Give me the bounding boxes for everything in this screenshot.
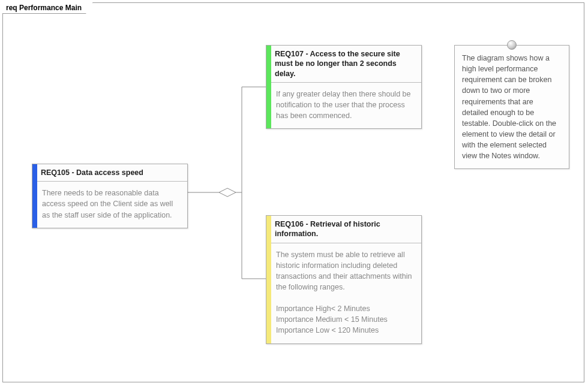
diagram-frame: req Performance Main REQ105 - Data acces…: [2, 2, 584, 382]
req105-title: REQ105 - Data access speed: [32, 164, 187, 182]
req105-body: There needs to be reasonable data access…: [32, 182, 187, 227]
svg-marker-1: [219, 188, 236, 197]
req105-block[interactable]: REQ105 - Data access speed There needs t…: [32, 164, 188, 228]
req105-color-bar: [32, 164, 37, 228]
req106-body: The system must be able to retrieve all …: [266, 243, 421, 343]
req107-body: If any greater delay then there should b…: [266, 83, 421, 128]
req107-title: REQ107 - Access to the secure site must …: [266, 46, 421, 83]
req106-color-bar: [266, 216, 271, 343]
req107-color-bar: [266, 46, 271, 128]
note-text: The diagram shows how a high level perfo…: [462, 53, 562, 161]
req106-title: REQ106 - Retrieval of historic informati…: [266, 216, 421, 243]
diagram-note[interactable]: The diagram shows how a high level perfo…: [454, 45, 569, 169]
req106-block[interactable]: REQ106 - Retrieval of historic informati…: [266, 215, 422, 344]
frame-label: req Performance Main: [2, 2, 93, 14]
req107-block[interactable]: REQ107 - Access to the secure site must …: [266, 45, 422, 129]
note-pin-icon: [507, 40, 517, 50]
